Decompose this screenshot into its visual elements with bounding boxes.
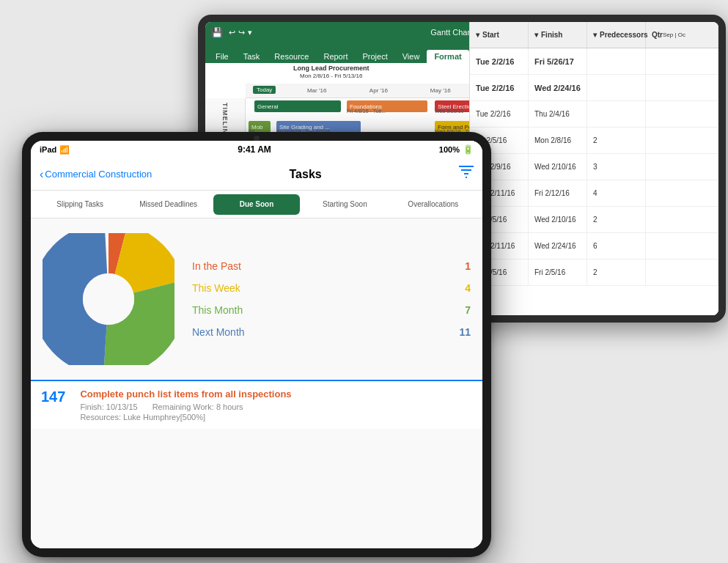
chevron-left-icon: ‹ — [40, 168, 43, 181]
segment-due-soon[interactable]: Due Soon — [213, 194, 300, 215]
legend-this-week: This Week 4 — [192, 282, 471, 294]
filter-icon — [459, 166, 474, 179]
dropdown-icon: ▾ — [248, 28, 252, 37]
foundations-dates: Fri 4/8/16 - Tue... — [347, 108, 386, 114]
save-icon: 💾 — [211, 27, 223, 38]
legend-next-month: Next Month 11 — [192, 326, 471, 338]
col-pred: ▾ Predecessors — [587, 22, 646, 48]
gantt-right-table: ▾ Start ▾ Finish ▾ Predecessors Qtr Sep … — [469, 22, 718, 315]
col-finish: ▾ Finish — [529, 22, 587, 48]
tab-view[interactable]: View — [395, 50, 427, 63]
table-row-9: Fri 2/5/16 Fri 2/5/16 2 — [470, 260, 718, 286]
table-row-4: Fri 2/5/16 Mon 2/8/16 2 — [470, 128, 718, 154]
ipad-screen: iPad 📶 9:41 AM 100% 🔋 ‹ Commercial Const… — [31, 141, 482, 548]
status-time: 9:41 AM — [70, 144, 439, 155]
nav-title: Tasks — [152, 168, 459, 181]
pie-chart — [43, 233, 174, 365]
undo-icon: ↩ — [229, 28, 235, 37]
long-lead-label: Long Lead Procurement Mon 2/8/16 - Fri 5… — [293, 65, 369, 79]
segment-starting[interactable]: Starting Soon — [301, 194, 388, 215]
task-detail-section: 147 Complete punch list items from all i… — [31, 381, 482, 429]
filter-button[interactable] — [459, 166, 474, 183]
segment-missed[interactable]: Missed Deadlines — [125, 194, 211, 215]
table-row-6: Thu 2/11/16 Fri 2/12/16 4 — [470, 180, 718, 207]
ios-status-bar: iPad 📶 9:41 AM 100% 🔋 — [31, 141, 482, 158]
col-qtr: Qtr Sep | Oc — [646, 22, 718, 48]
task-title: Complete punch list items from all inspe… — [80, 389, 472, 400]
segment-slipping[interactable]: Slipping Tasks — [37, 194, 123, 215]
pie-section: In the Past 1 This Week 4 This Month 7 N… — [31, 218, 482, 380]
month-label-0: Mar '16 — [286, 87, 348, 94]
back-button[interactable]: ‹ Commercial Construction — [40, 168, 152, 181]
tab-report[interactable]: Report — [316, 50, 355, 63]
table-row-7: Fri 2/5/16 Wed 2/10/16 2 — [470, 207, 718, 233]
today-marker: Today — [253, 86, 276, 94]
table-row-1: Tue 2/2/16 Fri 5/26/17 — [470, 48, 718, 75]
table-row-2: Tue 2/2/16 Wed 2/24/16 — [470, 75, 718, 101]
table-row-3: Tue 2/2/16 Thu 2/4/16 — [470, 101, 718, 128]
segment-overalloc[interactable]: Overallocations — [390, 194, 477, 215]
tab-task[interactable]: Task — [236, 50, 268, 63]
ios-main-content: In the Past 1 This Week 4 This Month 7 N… — [31, 218, 482, 548]
legend-in-the-past: In the Past 1 — [192, 260, 471, 272]
gantt-table-header: ▾ Start ▾ Finish ▾ Predecessors Qtr Sep … — [470, 22, 718, 48]
status-battery: 100% 🔋 — [439, 144, 474, 155]
wifi-icon: 📶 — [59, 145, 70, 155]
segment-control: Slipping Tasks Missed Deadlines Due Soon… — [31, 191, 482, 218]
task-number: 147 — [41, 389, 65, 405]
ipad-device: iPad 📶 9:41 AM 100% 🔋 ‹ Commercial Const… — [22, 132, 491, 557]
table-row-5: Tue 2/9/16 Wed 2/10/16 3 — [470, 154, 718, 180]
battery-icon: 🔋 — [463, 144, 474, 155]
table-row-8: Thu 2/11/16 Wed 2/24/16 6 — [470, 233, 718, 260]
pie-legend: In the Past 1 This Week 4 This Month 7 N… — [192, 260, 471, 338]
finish-label: Finish: 10/13/15 — [80, 402, 137, 411]
tab-project[interactable]: Project — [355, 50, 394, 63]
month-label-1: Apr '16 — [348, 87, 409, 94]
month-label-2: May '16 — [410, 87, 471, 94]
col-start: ▾ Start — [470, 22, 529, 48]
legend-this-month: This Month 7 — [192, 304, 471, 316]
redo-icon: ↪ — [238, 28, 245, 37]
ios-nav-bar: ‹ Commercial Construction Tasks — [31, 158, 482, 191]
tab-resource[interactable]: Resource — [267, 50, 316, 63]
tab-format[interactable]: Format — [427, 50, 468, 63]
task-resources: Resources: Luke Humphrey[500%] — [80, 413, 472, 422]
task-meta: Finish: 10/13/15 Remaining Work: 8 hours — [80, 402, 472, 411]
svg-point-4 — [83, 273, 134, 325]
remaining-work: Remaining Work: 8 hours — [152, 402, 243, 411]
tab-file[interactable]: File — [208, 50, 236, 63]
status-carrier: iPad 📶 — [40, 145, 70, 155]
